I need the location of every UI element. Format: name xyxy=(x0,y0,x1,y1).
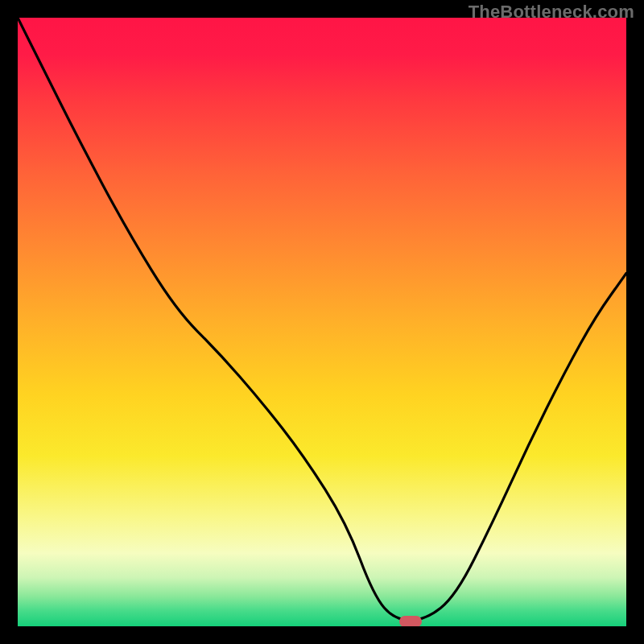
bottleneck-curve xyxy=(18,18,626,626)
plot-area xyxy=(18,18,626,626)
watermark-text: TheBottleneck.com xyxy=(469,2,634,23)
optimal-point-marker xyxy=(399,616,422,626)
chart-container: TheBottleneck.com xyxy=(0,0,644,644)
